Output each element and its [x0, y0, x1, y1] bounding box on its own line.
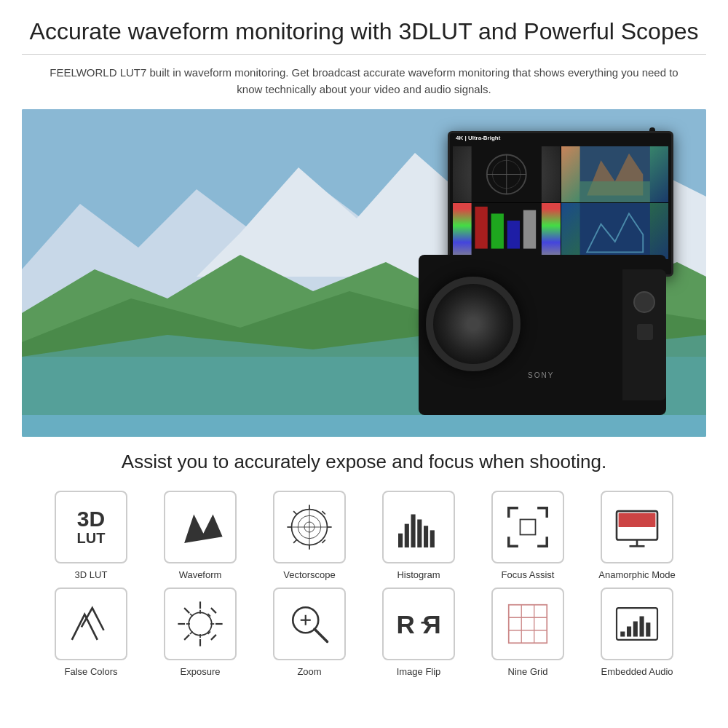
features-row-1: 3D LUT 3D LUT Waveform: [22, 491, 706, 580]
screen-q3: [453, 203, 561, 259]
feature-exposure: Exposure: [153, 587, 248, 677]
svg-rect-19: [523, 210, 536, 249]
feature-icon-anamorphic: [601, 491, 673, 563]
monitor-screen: [453, 146, 668, 259]
svg-line-65: [314, 629, 328, 642]
feature-icon-exposure: [164, 587, 237, 660]
feature-icon-3dlut: 3D LUT: [55, 491, 127, 563]
hero-image: 4K | Ultra-Bright: [22, 109, 706, 437]
svg-line-32: [293, 511, 296, 514]
vectorscope-icon: [284, 502, 335, 553]
feature-false-colors: False Colors: [44, 587, 138, 677]
svg-line-53: [211, 608, 216, 613]
zoom-icon: [284, 598, 335, 649]
nine-grid-icon: [502, 598, 553, 649]
feature-icon-focus-assist: [491, 491, 564, 563]
svg-rect-71: [509, 605, 547, 644]
feature-icon-vectorscope: [273, 491, 346, 563]
svg-line-54: [184, 635, 189, 640]
svg-rect-78: [627, 627, 631, 637]
label-histogram: Histogram: [397, 569, 440, 580]
camera-lens: [426, 277, 521, 371]
label-anamorphic: Anamorphic Mode: [598, 569, 676, 580]
hero-bg: 4K | Ultra-Bright: [22, 109, 706, 437]
waveform-icon: [175, 502, 226, 553]
label-nine-grid: Nine Grid: [508, 666, 548, 677]
svg-line-35: [323, 540, 325, 543]
feature-histogram: Histogram: [371, 491, 466, 580]
feature-icon-zoom: [273, 587, 346, 660]
svg-rect-77: [620, 632, 625, 637]
svg-rect-18: [507, 221, 520, 249]
label-vectorscope: Vectorscope: [283, 569, 336, 580]
feature-zoom: Zoom: [262, 587, 357, 677]
svg-rect-79: [633, 622, 638, 637]
camera-rig: 4K | Ultra-Bright: [419, 124, 666, 430]
svg-line-34: [293, 540, 296, 543]
subtitle: FEELWORLD LUT7 built in waveform monitor…: [22, 65, 706, 98]
camera-body: SONY: [419, 255, 666, 415]
svg-rect-36: [398, 534, 403, 547]
svg-rect-37: [405, 524, 409, 547]
sony-label: SONY: [528, 371, 554, 379]
histogram-icon: [393, 502, 444, 553]
feature-focus-assist: Focus Assist: [480, 491, 575, 580]
svg-line-55: [211, 635, 216, 640]
3dlut-text: 3D LUT: [77, 508, 106, 546]
main-title: Accurate waveform monitoring with 3DLUT …: [22, 17, 706, 55]
svg-rect-44: [619, 513, 656, 527]
false-colors-icon: [66, 598, 116, 649]
feature-icon-waveform: [164, 491, 237, 563]
focus-assist-icon: [502, 502, 553, 553]
feature-anamorphic: Anamorphic Mode: [590, 491, 684, 580]
exposure-icon: [175, 598, 226, 649]
feature-image-flip: R R Image Flip: [371, 587, 466, 677]
label-exposure: Exposure: [181, 666, 221, 677]
svg-rect-38: [411, 515, 416, 548]
svg-marker-22: [184, 515, 223, 543]
svg-rect-42: [521, 520, 536, 535]
feature-icon-image-flip: R R: [382, 587, 455, 660]
page-wrapper: Accurate waveform monitoring with 3DLUT …: [0, 0, 728, 692]
svg-rect-17: [491, 214, 504, 249]
svg-rect-80: [640, 617, 644, 637]
features-row-2: False Colors: [22, 587, 706, 677]
feature-icon-embedded-audio: [601, 587, 673, 660]
label-focus-assist: Focus Assist: [502, 569, 555, 580]
embedded-audio-icon: [612, 598, 662, 649]
camera-button-2: [637, 324, 653, 340]
assist-title: Assist you to accurately expose and focu…: [22, 450, 706, 475]
screen-q4: [561, 203, 669, 259]
svg-rect-39: [417, 520, 422, 548]
svg-rect-81: [646, 622, 650, 636]
label-waveform: Waveform: [179, 569, 222, 580]
screen-q1: [453, 146, 561, 202]
label-embedded-audio: Embedded Audio: [601, 666, 673, 677]
svg-line-52: [184, 608, 189, 613]
label-zoom: Zoom: [297, 666, 321, 677]
svg-rect-20: [579, 203, 649, 259]
svg-rect-40: [424, 526, 428, 547]
monitor-label-4k: 4K | Ultra-Bright: [456, 135, 500, 141]
feature-embedded-audio: Embedded Audio: [590, 587, 684, 677]
svg-text:R: R: [422, 610, 440, 638]
feature-vectorscope: Vectorscope: [262, 491, 357, 580]
svg-text:R: R: [396, 610, 414, 638]
features-grid: 3D LUT 3D LUT Waveform: [22, 491, 706, 677]
feature-icon-histogram: [382, 491, 455, 563]
svg-rect-14: [579, 182, 649, 203]
screen-q2: [561, 146, 669, 202]
svg-line-60: [190, 614, 193, 617]
feature-waveform: Waveform: [153, 491, 248, 580]
feature-3dlut: 3D LUT 3D LUT: [44, 491, 138, 580]
label-image-flip: Image Flip: [397, 666, 441, 677]
label-false-colors: False Colors: [65, 666, 118, 677]
label-3dlut: 3D LUT: [75, 569, 108, 580]
svg-rect-16: [475, 207, 487, 249]
image-flip-icon: R R: [393, 598, 444, 649]
feature-nine-grid: Nine Grid: [480, 587, 575, 677]
anamorphic-icon: [612, 502, 662, 553]
svg-line-33: [323, 511, 325, 514]
feature-icon-nine-grid: [491, 587, 564, 660]
svg-line-62: [190, 632, 193, 635]
